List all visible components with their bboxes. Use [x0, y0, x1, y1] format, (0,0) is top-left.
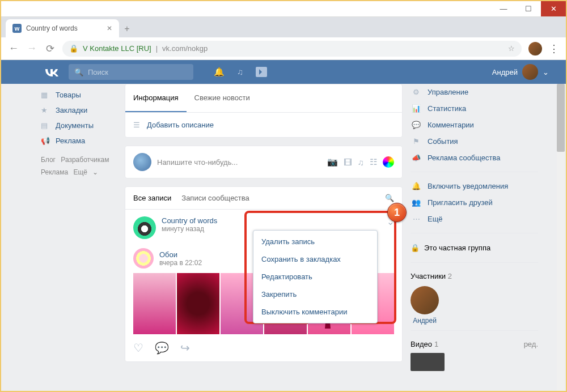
notifications-icon[interactable]: 🔔 — [214, 67, 225, 77]
search-placeholder: Поиск — [88, 68, 108, 76]
browser-tab[interactable]: w Country of words ✕ — [6, 19, 119, 37]
invite-icon: 👥 — [411, 198, 422, 207]
nav-reload-icon[interactable]: ⟳ — [44, 42, 56, 55]
tab-close-icon[interactable]: ✕ — [107, 24, 112, 32]
address-bar[interactable]: 🔒 V Kontakte LLC [RU] | vk.com/nokgp ☆ — [62, 41, 522, 57]
url-path: vk.com/nokgp — [162, 44, 208, 53]
like-icon[interactable]: ♡ — [133, 341, 143, 355]
bookmark-star-icon[interactable]: ☆ — [508, 44, 515, 53]
repost-avatar[interactable] — [133, 248, 154, 269]
post-menu-button[interactable]: ⌄ — [387, 216, 394, 239]
window-minimize[interactable]: — — [491, 1, 516, 16]
megaphone-icon: 📣 — [411, 154, 422, 162]
document-icon: ▤ — [41, 121, 50, 130]
right-comments[interactable]: 💬Комментарии — [411, 117, 538, 133]
menu-delete[interactable]: Удалить запись — [253, 233, 377, 250]
right-community-ads[interactable]: 📣Реклама сообщества — [411, 150, 538, 166]
user-name: Андрей — [492, 68, 518, 76]
compose-input[interactable]: Напишите что-нибудь... — [157, 158, 321, 167]
post-author-avatar[interactable] — [133, 216, 156, 239]
more-icon: ⋯ — [411, 215, 422, 223]
scrollbar[interactable] — [557, 84, 565, 391]
music-icon[interactable]: ♫ — [237, 67, 243, 77]
menu-edit[interactable]: Редактировать — [253, 268, 377, 286]
right-invite[interactable]: 👥Пригласить друзей — [411, 194, 538, 211]
nav-documents[interactable]: ▤Документы — [35, 118, 120, 133]
stats-icon: 📊 — [411, 104, 422, 113]
vk-favicon: w — [12, 24, 22, 33]
repost-author[interactable]: Обои — [159, 250, 204, 259]
comments-icon: 💬 — [411, 121, 422, 129]
wall-search-icon[interactable]: 🔍 — [385, 194, 394, 202]
user-avatar — [522, 64, 538, 80]
photo-icon[interactable]: 📷 — [327, 157, 338, 167]
tab-news[interactable]: Свежие новости — [187, 84, 258, 112]
search-input[interactable]: 🔍 Поиск — [69, 64, 193, 80]
nav-forward-icon: → — [26, 42, 37, 54]
right-manage[interactable]: ⚙Управление — [411, 84, 538, 100]
menu-pin[interactable]: Закрепить — [253, 286, 377, 303]
share-icon[interactable]: ↪ — [180, 341, 190, 355]
member-item[interactable]: Андрей — [411, 286, 439, 325]
private-group-label: 🔒Это частная группа — [411, 239, 538, 257]
new-tab-button[interactable]: + — [119, 24, 135, 37]
video-icon[interactable]: 🎞 — [344, 157, 352, 167]
audio-icon[interactable]: ♫ — [358, 157, 364, 167]
bell-icon: 🔔 — [411, 182, 422, 190]
nav-ads[interactable]: 📢Реклама — [35, 133, 120, 148]
post-actions-dropdown: Удалить запись Сохранить в закладках Ред… — [253, 230, 378, 323]
gallery-image[interactable] — [177, 273, 219, 334]
user-menu[interactable]: Андрей ⌄ — [492, 64, 549, 80]
gallery-image[interactable] — [133, 273, 176, 334]
browser-menu-icon[interactable]: ⋮ — [549, 42, 559, 55]
footer-more[interactable]: Ещё ⌄ — [73, 168, 98, 176]
vk-logo[interactable] — [44, 64, 60, 80]
member-avatar — [411, 286, 439, 314]
profile-avatar-icon[interactable] — [528, 42, 542, 56]
tab-info[interactable]: Информация — [125, 84, 187, 112]
wall-tab-all[interactable]: Все записи — [133, 194, 171, 202]
compose-avatar — [133, 153, 151, 171]
right-notifications[interactable]: 🔔Включить уведомления — [411, 178, 538, 194]
url-company: V Kontakte LLC [RU] — [83, 44, 151, 53]
menu-disable-comments[interactable]: Выключить комментарии — [253, 303, 377, 321]
right-events[interactable]: ⚑События — [411, 133, 538, 150]
add-description[interactable]: ☰ Добавить описание — [125, 113, 402, 137]
chevron-down-icon: ⌄ — [543, 68, 549, 76]
footer-devs[interactable]: Разработчикам — [61, 156, 109, 164]
footer-ads[interactable]: Реклама — [41, 168, 68, 176]
window-maximize[interactable]: ☐ — [516, 1, 541, 16]
lock-icon: 🔒 — [69, 44, 78, 53]
members-header[interactable]: Участники 2 — [411, 269, 538, 280]
lock-icon: 🔒 — [411, 244, 420, 252]
description-icon: ☰ — [133, 121, 140, 129]
video-thumbnail[interactable] — [411, 353, 445, 371]
tab-title: Country of words — [26, 24, 78, 32]
megaphone-icon: 📢 — [41, 137, 50, 145]
events-icon: ⚑ — [411, 137, 422, 146]
nav-back-icon[interactable]: ← — [8, 42, 19, 54]
poster-icon[interactable] — [383, 156, 394, 168]
right-more[interactable]: ⋯Ещё — [411, 211, 538, 227]
comment-icon[interactable]: 💬 — [155, 341, 169, 355]
window-close[interactable]: ✕ — [541, 1, 566, 16]
video-header[interactable]: Видео1 ред. — [411, 336, 538, 348]
right-stats[interactable]: 📊Статистика — [411, 100, 538, 117]
article-icon[interactable]: ☷ — [370, 157, 377, 167]
menu-save[interactable]: Сохранить в закладках — [253, 250, 377, 268]
repost-time: вчера в 22:02 — [159, 259, 204, 267]
post-time: минуту назад — [162, 225, 217, 233]
wall-tab-community[interactable]: Записи сообщества — [181, 194, 249, 202]
post-author[interactable]: Country of words — [162, 216, 217, 225]
nav-goods[interactable]: ▦Товары — [35, 87, 120, 103]
goods-icon: ▦ — [41, 91, 50, 99]
video-edit-link[interactable]: ред. — [524, 340, 538, 348]
footer-links: Блог Разработчикам Реклама Ещё ⌄ — [35, 148, 120, 184]
search-icon: 🔍 — [74, 68, 83, 76]
video-player-icon[interactable] — [256, 67, 267, 77]
nav-bookmarks[interactable]: ★Закладки — [35, 103, 120, 118]
footer-blog[interactable]: Блог — [41, 156, 56, 164]
gear-icon: ⚙ — [411, 88, 422, 96]
star-icon: ★ — [41, 106, 50, 114]
member-name: Андрей — [413, 317, 437, 325]
